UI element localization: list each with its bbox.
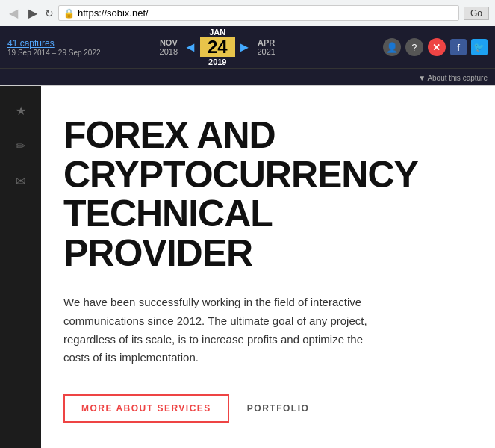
star-icon[interactable]: ★ (13, 101, 29, 121)
captures-dates: 19 Sep 2014 – 29 Sep 2022 (7, 49, 101, 57)
right-arrow[interactable]: ► (237, 40, 253, 55)
facebook-icon[interactable]: f (450, 39, 467, 55)
sidebar: ★ ✏ ✉ (0, 86, 41, 448)
about-capture[interactable]: ▼ About this capture (418, 74, 488, 82)
captures-link[interactable]: 41 captures (7, 38, 101, 49)
wayback-date: 24 (200, 37, 235, 57)
mail-icon[interactable]: ✉ (13, 171, 28, 191)
back-button[interactable]: ◀ (6, 4, 21, 22)
left-arrow[interactable]: ◄ (182, 40, 199, 55)
main-content: FOREX ANDCRYPTOCURRENCYTECHNICALPROVIDER… (41, 86, 495, 448)
month-nov: NOV (160, 38, 178, 47)
lock-icon: 🔒 (63, 8, 75, 19)
hero-description: We have been successfully working in the… (63, 293, 385, 367)
page-content: ★ ✏ ✉ FOREX ANDCRYPTOCURRENCYTECHNICALPR… (0, 86, 495, 448)
cta-buttons: MORE ABOUT SERVICES PORTFOLIO (63, 394, 465, 423)
portfolio-button[interactable]: PORTFOLIO (247, 403, 310, 414)
month-jan: JAN (200, 28, 235, 37)
wayback-bar-outer: 41 captures 19 Sep 2014 – 29 Sep 2022 NO… (0, 26, 495, 85)
wayback-close-icon[interactable]: ✕ (428, 38, 446, 56)
forward-button[interactable]: ▶ (25, 4, 40, 22)
address-bar-wrap: 🔒 (58, 5, 459, 21)
address-bar[interactable] (78, 7, 454, 19)
hero-heading: FOREX ANDCRYPTOCURRENCYTECHNICALPROVIDER (63, 116, 465, 273)
wayback-help-icon[interactable]: ? (405, 38, 423, 56)
more-about-services-button[interactable]: MORE ABOUT SERVICES (63, 394, 229, 423)
edit-icon[interactable]: ✏ (13, 136, 28, 156)
month-apr: APR (257, 38, 275, 47)
wayback-user-icon[interactable]: 👤 (383, 38, 401, 56)
year-2018: 2018 (160, 47, 178, 56)
twitter-icon[interactable]: 🐦 (471, 39, 488, 55)
browser-top-bar: ◀ ▶ ↻ 🔒 Go (0, 0, 495, 26)
year-2021: 2021 (257, 47, 275, 56)
reload-button[interactable]: ↻ (45, 7, 54, 19)
go-button[interactable]: Go (464, 7, 489, 20)
browser-chrome: ◀ ▶ ↻ 🔒 Go 41 captures 19 Sep 2014 – 29 … (0, 0, 495, 86)
year-2019: 2019 (200, 57, 235, 66)
